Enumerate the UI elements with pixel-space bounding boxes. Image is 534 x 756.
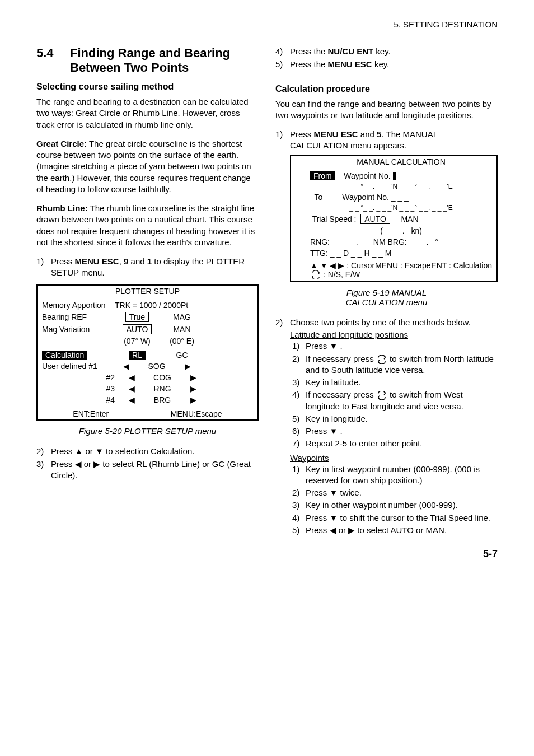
r2-text: Choose two points by one of the methods … bbox=[290, 317, 498, 328]
manual-calc-figure: MANUAL CALCULATION From Waypoint No. _ _… bbox=[290, 155, 498, 283]
r1-pre: Press bbox=[290, 129, 314, 139]
left-arrow-icon bbox=[115, 362, 137, 371]
mag-option: MAG bbox=[160, 312, 204, 321]
step-4: 4) Press the NU/CU ENT key. bbox=[275, 46, 498, 57]
rng-label: RNG bbox=[143, 384, 182, 393]
sog-label: SOG bbox=[137, 362, 176, 371]
left-arrow-icon bbox=[120, 373, 143, 382]
cycle-icon bbox=[376, 355, 387, 364]
cog-label: COG bbox=[143, 373, 182, 382]
step1-mid2: and bbox=[128, 256, 147, 266]
r1-key1: MENU ESC bbox=[314, 129, 358, 139]
r1-mid: and bbox=[358, 129, 377, 139]
step-3: 3)Press ◀ or ▶ to select RL (Rhumb Line)… bbox=[36, 459, 259, 482]
intro-paragraph: The range and bearing to a destination c… bbox=[36, 96, 259, 130]
waypoint-no-label: Waypoint No. bbox=[344, 171, 391, 180]
cursor-block-icon bbox=[393, 172, 396, 180]
step3-text: Press ◀ or ▶ to select RL (Rhumb Line) o… bbox=[51, 459, 259, 482]
ttg-line: TTG: _ _ D _ _ H _ _ M bbox=[306, 248, 496, 259]
user-defined-3: #3 bbox=[42, 384, 120, 393]
step5-post: key. bbox=[372, 59, 390, 69]
ll-step2: If necessary press to switch from North … bbox=[306, 353, 498, 376]
user-defined-4: #4 bbox=[42, 395, 120, 404]
wp-step4: Press ▼ to shift the cursor to the Trial… bbox=[306, 512, 498, 524]
nse-text: : N/S, E/W bbox=[321, 270, 360, 279]
ent-enter-hint: ENT:Enter bbox=[73, 409, 109, 418]
cycle-icon bbox=[310, 270, 321, 279]
ll-step7: Repeat 2-5 to enter other point. bbox=[306, 438, 498, 449]
section-heading: 5.4 Finding Range and Bearing Between Tw… bbox=[36, 46, 259, 75]
gc-option: GC bbox=[160, 351, 204, 360]
trk-value: TRK = 1000 / 2000Pt bbox=[115, 301, 188, 310]
ll-step6: Press ▼ . bbox=[306, 426, 498, 437]
nse-hint: : N/S, E/W bbox=[310, 270, 360, 279]
from-label: From bbox=[310, 171, 335, 180]
step1-key1: MENU ESC bbox=[75, 256, 119, 266]
auto-speed-option: AUTO bbox=[360, 214, 390, 224]
cursor-hint: ▲ ▼ ◀ ▶ : Cursor bbox=[310, 261, 374, 270]
figure-5-20-caption: Figure 5-20 PLOTTER SETUP menu bbox=[36, 426, 259, 436]
page-number: 5-7 bbox=[36, 548, 498, 560]
to-latlon: _ _ °_ _. _ _ _'N _ _ _° _ _. _ _ _'E bbox=[306, 203, 496, 213]
ll-step5: Key in longitude. bbox=[306, 413, 498, 424]
waypoints-heading: Waypoints bbox=[290, 453, 498, 463]
true-option: True bbox=[125, 312, 149, 322]
step-5: 5) Press the MENU ESC key. bbox=[275, 59, 498, 70]
wp-step5: Press ◀ or ▶ to select AUTO or MAN. bbox=[306, 525, 498, 536]
calculation-label: Calculation bbox=[42, 351, 87, 360]
step1-mid: , bbox=[119, 256, 124, 266]
auto-option: AUTO bbox=[123, 324, 152, 334]
right-arrow-icon bbox=[182, 384, 204, 393]
step5-key: MENU ESC bbox=[328, 59, 372, 69]
running-header: 5. SETTING DESTINATION bbox=[36, 20, 498, 29]
ent-calc-hint: ENT : Calculation bbox=[431, 261, 492, 270]
figure-5-19-caption: Figure 5-19 MANUAL CALCULATION menu bbox=[275, 288, 498, 307]
step4-pre: Press the bbox=[290, 46, 328, 56]
ll-step1: Press ▼ . bbox=[306, 340, 498, 352]
wp-step3: Key in other waypoint number (000-999). bbox=[306, 500, 498, 511]
step2-text: Press ▲ or ▼ to selection Calculation. bbox=[51, 446, 259, 457]
step1-pre: Press bbox=[51, 256, 75, 266]
step4-post: key. bbox=[373, 46, 391, 56]
rhumb-line-label: Rhumb Line: bbox=[36, 203, 88, 213]
step5-pre: Press the bbox=[290, 59, 328, 69]
step-1: 1) Press MENU ESC, 9 and 1 to display th… bbox=[36, 256, 259, 279]
left-column: 5.4 Finding Range and Bearing Between Tw… bbox=[36, 46, 259, 537]
menu-escape-hint: MENU:Escape bbox=[171, 409, 222, 418]
right-arrow-icon bbox=[182, 395, 204, 404]
step4-key: NU/CU ENT bbox=[328, 46, 374, 56]
east-value: (00° E) bbox=[160, 337, 204, 346]
brg-label: BRG bbox=[143, 395, 182, 404]
from-latlon: _ _ °_ _. _ _ _'N _ _ _° _ _. _ _ _'E bbox=[306, 181, 496, 192]
ll-step3: Key in latitude. bbox=[306, 377, 498, 388]
wp-step2: Press ▼ twice. bbox=[306, 487, 498, 498]
waypoint-no-label-2: Waypoint No. bbox=[342, 193, 389, 202]
rhumb-line-paragraph: Rhumb Line: The rhumb line courseline is… bbox=[36, 203, 259, 248]
right-column: 4) Press the NU/CU ENT key. 5) Press the… bbox=[275, 46, 498, 537]
bearing-ref-label: Bearing REF bbox=[42, 312, 115, 321]
section-number: 5.4 bbox=[36, 46, 70, 75]
to-label: To bbox=[315, 193, 323, 202]
user-defined-1: User defined #1 bbox=[42, 362, 115, 371]
step1-key3: 1 bbox=[147, 256, 152, 266]
mag-variation-label: Mag Variation bbox=[42, 325, 115, 334]
mem-apportion-label: Memory Apportion bbox=[42, 301, 115, 310]
plotter-setup-figure: PLOTTER SETUP Memory Apportion TRK = 100… bbox=[36, 284, 259, 421]
cycle-icon bbox=[376, 391, 387, 400]
trial-speed-label: Trial Speed : bbox=[312, 214, 357, 223]
caption2-line1: Figure 5-19 MANUAL bbox=[346, 288, 427, 297]
cursor-hint-text: : Cursor bbox=[346, 261, 374, 270]
plotter-title: PLOTTER SETUP bbox=[38, 286, 257, 297]
section-title-text: Finding Range and Bearing Between Two Po… bbox=[70, 46, 259, 75]
ll-s2a: If necessary press bbox=[306, 354, 376, 363]
right-step-2: 2)Choose two points by one of the method… bbox=[275, 317, 498, 328]
man-speed-option: MAN bbox=[401, 214, 418, 223]
user-defined-2: #2 bbox=[42, 373, 120, 382]
man-option: MAN bbox=[160, 325, 204, 334]
latlon-heading: Latitude and longitude positions bbox=[290, 330, 498, 339]
west-value: (07° W) bbox=[115, 337, 160, 346]
rl-option: RL bbox=[129, 351, 146, 360]
right-arrow-icon bbox=[182, 373, 204, 382]
rng-brg-line: RNG: _ _ _ _. _ _ NM BRG: _ _ _. _° bbox=[306, 236, 496, 248]
subheading-calculation: Calculation procedure bbox=[275, 84, 498, 94]
